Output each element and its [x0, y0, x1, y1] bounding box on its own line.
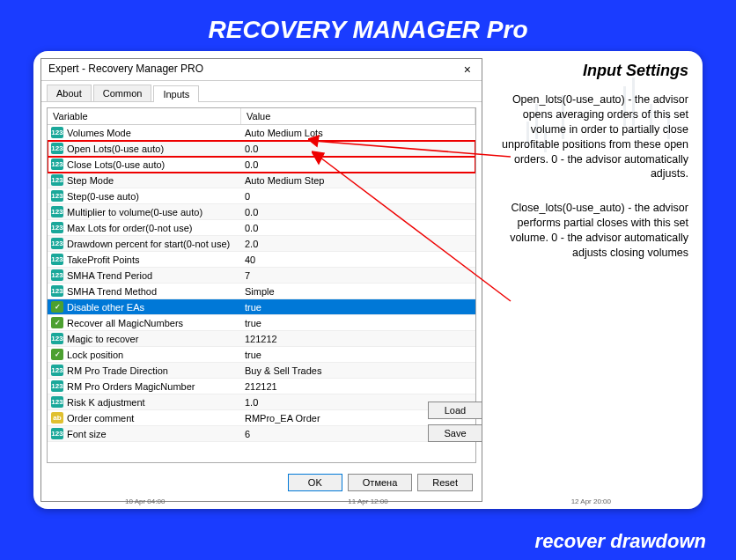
variable-label: Max Lots for order(0-not use): [67, 223, 192, 233]
column-value[interactable]: Value: [241, 108, 475, 124]
table-row[interactable]: ✓Recover all MagicNumberstrue: [48, 315, 475, 331]
type-icon: ✓: [51, 349, 63, 360]
variable-label: SMHA Trend Period: [67, 270, 152, 281]
type-icon: 123: [51, 222, 63, 233]
variable-label: Step(0-use auto): [67, 191, 139, 202]
variable-label: RM Pro Orders MagicNumber: [67, 381, 195, 392]
annotation-close-lots: Close_lots(0-use_auto) - the advisor per…: [498, 201, 688, 261]
dialog-container: Expert - Recovery Manager PRO × AboutCom…: [33, 51, 703, 509]
time-axis: 10 Apr 04:0011 Apr 12:0012 Apr 20:00: [33, 497, 703, 505]
type-icon: 123: [51, 365, 63, 376]
dialog-title-text: Expert - Recovery Manager PRO: [48, 63, 203, 77]
table-row[interactable]: 123Font size6: [48, 426, 475, 442]
annotation-open-lots: Open_lots(0-use_auto) - the advisor open…: [498, 92, 688, 181]
cancel-button[interactable]: Отмена: [348, 474, 412, 491]
variable-label: Magic to recover: [67, 334, 138, 344]
variable-label: RM Pro Trade Direction: [67, 365, 168, 376]
annotation-title: Input Settings: [498, 62, 688, 80]
type-icon: 123: [51, 143, 63, 154]
type-icon: 123: [51, 127, 63, 138]
brand-title: RECOVERY MANAGER Pro: [16, 16, 720, 44]
value-cell[interactable]: Buy & Sell Trades: [241, 365, 475, 376]
type-icon: 123: [51, 269, 63, 281]
variable-label: Volumes Mode: [67, 128, 131, 138]
table-row[interactable]: 123Risk K adjustment1.0: [48, 394, 475, 410]
table-header: Variable Value: [48, 108, 475, 125]
load-button[interactable]: Load: [428, 402, 482, 419]
type-icon: 123: [51, 158, 63, 170]
tab-strip: AboutCommonInputs: [41, 81, 482, 102]
tab-common[interactable]: Common: [93, 85, 152, 101]
value-cell[interactable]: 121212: [241, 334, 475, 344]
variable-label: Order comment: [67, 413, 134, 424]
time-tick: 12 Apr 20:00: [571, 497, 611, 505]
app-frame: RECOVERY MANAGER Pro Expert - Recovery M…: [0, 0, 736, 560]
variable-label: Multiplier to volume(0-use auto): [67, 207, 202, 217]
svg-line-2: [317, 155, 511, 301]
variable-label: Close Lots(0-use auto): [67, 159, 165, 170]
type-icon: 123: [51, 380, 63, 392]
arrow-close-lots: [312, 146, 514, 305]
value-cell[interactable]: 212121: [241, 381, 475, 392]
variable-label: Font size: [67, 429, 107, 439]
type-icon: 123: [51, 285, 63, 297]
reset-button[interactable]: Reset: [417, 474, 473, 491]
side-buttons: Load Save: [428, 402, 482, 442]
dialog-titlebar: Expert - Recovery Manager PRO ×: [41, 59, 482, 81]
type-icon: ✓: [51, 317, 63, 328]
variable-label: Disable other EAs: [67, 302, 144, 313]
variable-label: Lock position: [67, 350, 123, 360]
tab-inputs[interactable]: Inputs: [153, 85, 199, 102]
ok-button[interactable]: OK: [288, 474, 342, 491]
variable-label: Drawdown percent for start(0-not use): [67, 239, 230, 249]
svg-marker-3: [312, 151, 324, 164]
svg-marker-1: [308, 136, 319, 146]
table-row[interactable]: abOrder commentRMPro_EA Order: [48, 410, 475, 426]
time-tick: 10 Apr 04:00: [125, 497, 165, 505]
table-row[interactable]: 123RM Pro Orders MagicNumber212121: [48, 379, 475, 394]
dialog-button-row: OK Отмена Reset: [41, 468, 482, 497]
variable-label: Open Lots(0-use auto): [67, 144, 164, 154]
variable-label: SMHA Trend Method: [67, 286, 157, 297]
variable-label: TakeProfit Points: [67, 254, 140, 265]
type-icon: 123: [51, 206, 63, 217]
type-icon: 123: [51, 333, 63, 344]
table-row[interactable]: 123RM Pro Trade DirectionBuy & Sell Trad…: [48, 363, 475, 379]
time-tick: 11 Apr 12:00: [348, 497, 387, 505]
value-cell[interactable]: true: [241, 318, 475, 328]
tab-about[interactable]: About: [47, 85, 92, 101]
table-row[interactable]: ✓Lock positiontrue: [48, 347, 475, 363]
type-icon: 123: [51, 190, 63, 202]
type-icon: ab: [51, 412, 63, 424]
annotation-panel: Input Settings Open_lots(0-use_auto) - t…: [498, 62, 688, 280]
brand-footer: recover drawdown: [535, 530, 706, 553]
type-icon: 123: [51, 174, 63, 186]
close-icon[interactable]: ×: [460, 63, 475, 77]
save-button[interactable]: Save: [428, 424, 482, 442]
type-icon: 123: [51, 396, 63, 408]
variable-label: Risk K adjustment: [67, 397, 145, 408]
variable-label: Recover all MagicNumbers: [67, 318, 183, 328]
value-cell[interactable]: true: [241, 350, 475, 360]
type-icon: 123: [51, 254, 63, 265]
type-icon: 123: [51, 428, 63, 439]
variable-label: Step Mode: [67, 175, 114, 186]
table-row[interactable]: 123Magic to recover121212: [48, 331, 475, 347]
type-icon: 123: [51, 238, 63, 249]
type-icon: ✓: [51, 301, 63, 313]
column-variable[interactable]: Variable: [48, 108, 241, 124]
